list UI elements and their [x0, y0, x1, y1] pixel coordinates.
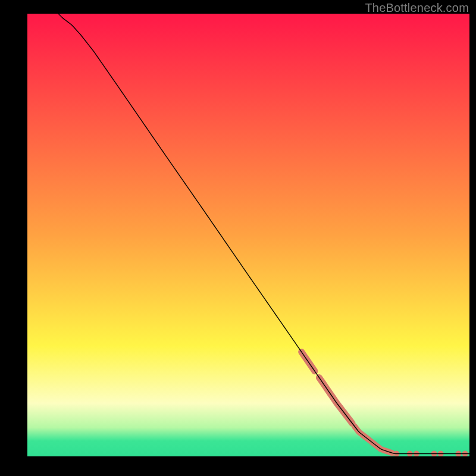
plot-area: [27, 14, 469, 456]
gradient-background: [27, 14, 469, 456]
watermark-text: TheBottleneck.com: [365, 1, 469, 15]
chart-svg: [27, 14, 469, 456]
chart-stage: { "watermark": "TheBottleneck.com", "cha…: [0, 0, 476, 476]
